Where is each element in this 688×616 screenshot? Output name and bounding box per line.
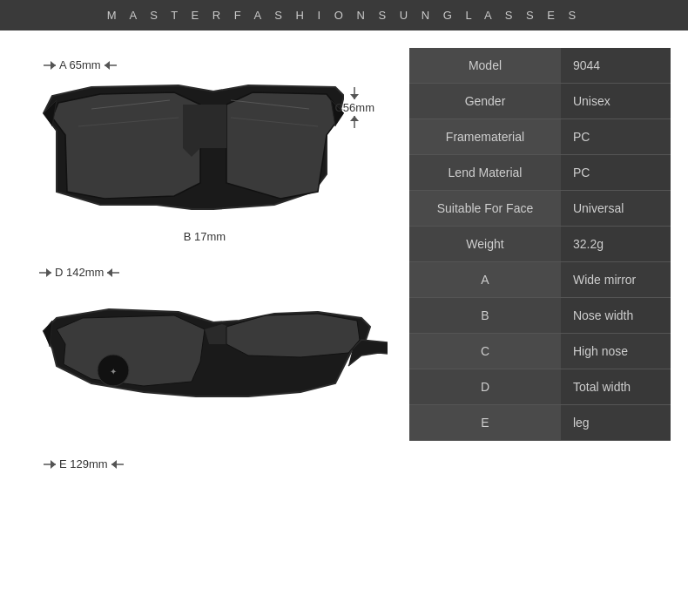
glasses-top-svg: [39, 78, 344, 240]
glasses-side-svg: ✦: [39, 305, 388, 436]
spec-label: B: [409, 298, 561, 334]
table-row: Weight 32.2g: [409, 227, 671, 262]
spec-value: Nose width: [561, 298, 671, 334]
spec-label: E: [409, 405, 561, 441]
dimension-a-label: A 65mm: [59, 58, 101, 71]
spec-value: PC: [561, 119, 671, 155]
table-row: E leg: [409, 405, 671, 441]
spec-value: Universal: [561, 191, 671, 227]
table-row: C High nose: [409, 334, 671, 369]
left-panel: A 65mm: [17, 39, 392, 603]
dimension-d-label: D 142mm: [55, 266, 104, 279]
spec-label: Weight: [409, 227, 561, 262]
spec-value: leg: [561, 405, 671, 441]
dimension-b-label: B 17mm: [184, 230, 226, 243]
spec-label: A: [409, 262, 561, 298]
table-row: Model 9044: [409, 48, 671, 84]
spec-value: Unisex: [561, 84, 671, 119]
spec-value: Wide mirror: [561, 262, 671, 298]
spec-value: 32.2g: [561, 227, 671, 262]
right-panel: Model 9044 Gender Unisex Framematerial P…: [409, 48, 671, 603]
glasses-side-diagram: ✦ E 129mm: [30, 301, 379, 475]
svg-text:✦: ✦: [110, 367, 117, 376]
table-row: Framematerial PC: [409, 119, 671, 155]
dimension-e-label: E 129mm: [59, 457, 108, 470]
glasses-top-diagram: A 65mm: [30, 48, 379, 292]
spec-value: High nose: [561, 334, 671, 369]
dimension-c-label: C56mm: [334, 99, 374, 116]
table-row: A Wide mirror: [409, 262, 671, 298]
spec-label: Lend Material: [409, 155, 561, 191]
spec-label: Framematerial: [409, 119, 561, 155]
spec-label: Suitable For Face: [409, 191, 561, 227]
table-row: Gender Unisex: [409, 84, 671, 119]
spec-value: Total width: [561, 369, 671, 405]
spec-label: Model: [409, 48, 561, 84]
spec-value: PC: [561, 155, 671, 191]
table-row: B Nose width: [409, 298, 671, 334]
table-row: Suitable For Face Universal: [409, 191, 671, 227]
table-row: D Total width: [409, 369, 671, 405]
spec-label: D: [409, 369, 561, 405]
spec-value: 9044: [561, 48, 671, 84]
table-row: Lend Material PC: [409, 155, 671, 191]
header: M A S T E R F A S H I O N S U N G L A S …: [0, 0, 688, 30]
spec-label: C: [409, 334, 561, 369]
specs-table: Model 9044 Gender Unisex Framematerial P…: [409, 48, 671, 441]
spec-label: Gender: [409, 84, 561, 119]
header-title: M A S T E R F A S H I O N S U N G L A S …: [107, 9, 581, 22]
